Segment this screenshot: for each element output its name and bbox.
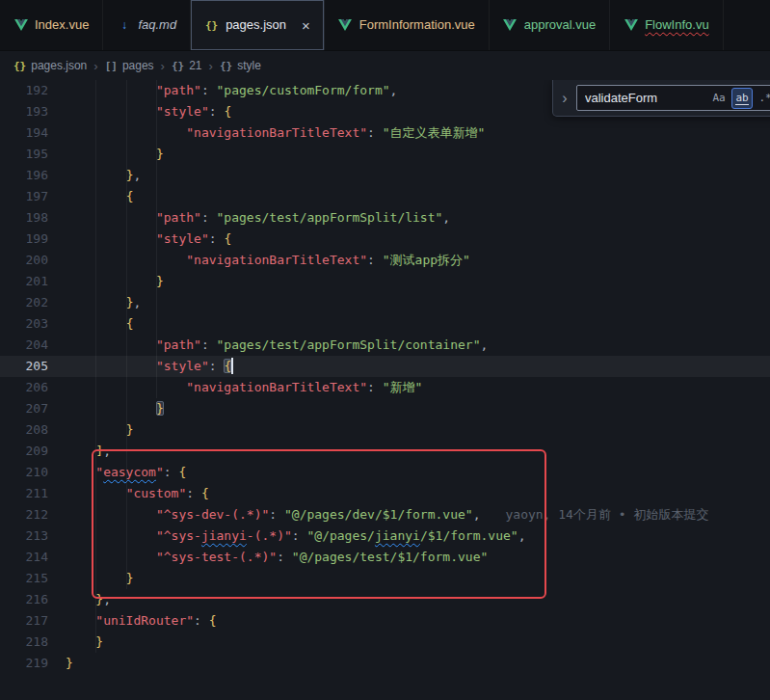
line-number: 206 (0, 377, 48, 398)
line-number: 213 (0, 525, 48, 547)
tab-label: FormInformation.vue (359, 0, 475, 50)
code-text: "style": { (48, 356, 233, 377)
code-line[interactable]: 213 "^sys-jianyi-(.*)": "@/pages/jianyi/… (0, 525, 770, 547)
chevron-right-icon[interactable]: › (559, 90, 571, 107)
code-line[interactable]: 218 } (0, 632, 770, 653)
close-icon[interactable]: × (302, 18, 310, 33)
whole-word-toggle[interactable]: ab (731, 88, 753, 109)
tab-label: FlowInfo.vu (645, 0, 708, 50)
code-text: "^sys-test-(.*)": "@/pages/test/$1/form.… (48, 547, 488, 568)
code-line[interactable]: 203 { (0, 313, 770, 335)
code-text: } (48, 632, 103, 653)
code-text: "uniIdRouter": { (48, 610, 217, 632)
tab-index-vue[interactable]: Index.vue (0, 0, 103, 50)
code-line[interactable]: 208 } (0, 419, 770, 441)
line-number: 196 (0, 165, 48, 186)
code-text: } (48, 419, 133, 441)
regex-toggle-glyph: .* (758, 92, 770, 104)
editor-window: Index.vue↓faq.md{}pages.json×FormInforma… (0, 0, 770, 700)
code-text: ], (48, 441, 111, 462)
code-line[interactable]: 215 } (0, 568, 770, 589)
line-number: 199 (0, 229, 48, 250)
code-line[interactable]: 216 }, (0, 589, 770, 610)
code-line[interactable]: 198 "path": "pages/test/appFormSplit/lis… (0, 207, 770, 229)
code-line[interactable]: 202 }, (0, 292, 770, 313)
breadcrumb-item-pages-json[interactable]: {}pages.json (13, 59, 87, 72)
line-number: 215 (0, 568, 48, 589)
tab-label: approval.vue (524, 0, 596, 50)
line-number: 198 (0, 207, 48, 229)
vue-icon (503, 19, 518, 31)
match-case-toggle[interactable]: Aa (708, 88, 730, 109)
tab-label: Index.vue (35, 0, 89, 50)
code-line[interactable]: 199 "style": { (0, 229, 770, 250)
code-line[interactable]: 194 "navigationBarTitleText": "自定义表单新增" (0, 122, 770, 144)
line-number: 218 (0, 632, 48, 653)
code-text: "navigationBarTitleText": "自定义表单新增" (48, 122, 485, 144)
line-number: 193 (0, 101, 48, 122)
line-number: 210 (0, 462, 48, 483)
breadcrumb-item-style[interactable]: {}style (220, 59, 261, 72)
tab-label: pages.json (226, 0, 286, 50)
breadcrumb-item-21[interactable]: {}21 (172, 59, 202, 72)
tab-label: faq.md (138, 0, 176, 50)
code-line[interactable]: 211 "custom": { (0, 483, 770, 504)
tab-flowinfo-vu[interactable]: FlowInfo.vu (610, 0, 723, 50)
code-line[interactable]: 212 "^sys-dev-(.*)": "@/pages/dev/$1/for… (0, 504, 770, 525)
line-number: 208 (0, 419, 48, 441)
code-text: } (48, 144, 164, 165)
find-widget: › validateForm Aaab.* (552, 80, 770, 117)
text-cursor (231, 358, 233, 374)
breadcrumb-item-pages[interactable]: []pages (105, 59, 154, 72)
match-case-toggle-glyph: Aa (712, 92, 725, 104)
code-text: "custom": { (48, 483, 209, 504)
code-line[interactable]: 195 } (0, 144, 770, 165)
json-icon: {} (204, 19, 219, 32)
code-text: } (48, 653, 73, 674)
code-text: "path": "pages/customForm/form", (48, 80, 397, 101)
code-line[interactable]: 201 } (0, 271, 770, 292)
code-line[interactable]: 207 } (0, 398, 770, 419)
code-line[interactable]: 196 }, (0, 165, 770, 186)
code-line[interactable]: 205 "style": { (0, 356, 770, 377)
code-text: } (48, 568, 133, 589)
code-text: "navigationBarTitleText": "测试app拆分" (48, 250, 470, 271)
code-line[interactable]: 214 "^sys-test-(.*)": "@/pages/test/$1/f… (0, 547, 770, 568)
line-number: 195 (0, 144, 48, 165)
code-line[interactable]: 210 "easycom": { (0, 462, 770, 483)
code-text: "navigationBarTitleText": "新增" (48, 377, 422, 398)
breadcrumb-separator-icon: › (161, 59, 165, 73)
code-text: "style": { (48, 229, 231, 250)
tab-forminformation-vue[interactable]: FormInformation.vue (325, 0, 490, 50)
tab-approval-vue[interactable]: approval.vue (490, 0, 610, 50)
code-text: "style": { (48, 101, 231, 122)
code-text: }, (48, 589, 111, 610)
git-blame-annotation: yaoyn, 14个月前 • 初始版本提交 (505, 507, 708, 522)
json-file-icon: {} (13, 59, 26, 72)
breadcrumb-label: 21 (189, 59, 201, 72)
find-query-text[interactable]: validateForm (585, 91, 708, 105)
code-editor[interactable]: 192 "path": "pages/customForm/form",193 … (0, 80, 770, 700)
code-line[interactable]: 204 "path": "pages/test/appFormSplit/con… (0, 335, 770, 356)
code-line[interactable]: 217 "uniIdRouter": { (0, 610, 770, 632)
tab-bar: Index.vue↓faq.md{}pages.json×FormInforma… (0, 0, 770, 51)
regex-toggle[interactable]: .* (755, 88, 770, 109)
line-number: 201 (0, 271, 48, 292)
line-number: 217 (0, 610, 48, 632)
code-text: "easycom": { (48, 462, 186, 483)
code-text: "path": "pages/test/appFormSplit/contain… (48, 335, 488, 356)
line-number: 214 (0, 547, 48, 568)
find-input[interactable]: validateForm Aaab.* (576, 85, 770, 111)
tab-faq-md[interactable]: ↓faq.md (103, 0, 191, 50)
breadcrumb: {}pages.json›[]pages›{}21›{}style (0, 51, 770, 80)
code-line[interactable]: 209 ], (0, 441, 770, 462)
line-number: 209 (0, 441, 48, 462)
line-number: 203 (0, 313, 48, 335)
tab-pages-json[interactable]: {}pages.json× (191, 0, 325, 50)
code-text: { (48, 313, 133, 335)
code-line[interactable]: 197 { (0, 186, 770, 207)
code-line[interactable]: 200 "navigationBarTitleText": "测试app拆分" (0, 250, 770, 271)
code-line[interactable]: 219} (0, 653, 770, 674)
code-line[interactable]: 206 "navigationBarTitleText": "新增" (0, 377, 770, 398)
line-number: 216 (0, 589, 48, 610)
